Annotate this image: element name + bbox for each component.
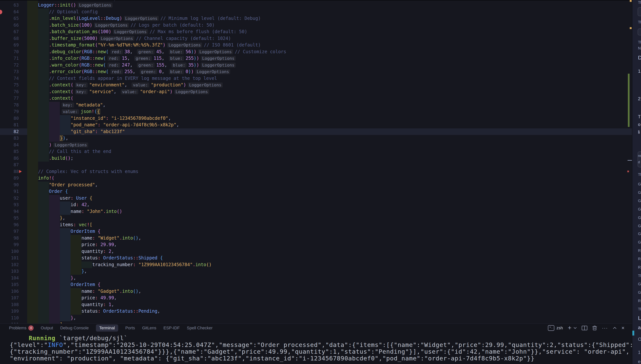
line-number[interactable]: 77 [0,95,19,102]
code-line[interactable]: 92user: User { [0,195,632,202]
code-line[interactable]: 63Logger::init()LoggerOptions [0,2,632,8]
line-number[interactable]: 63 [0,2,19,8]
line-number[interactable]: 85 [0,148,19,155]
code-line[interactable]: 64// Optional config [0,8,632,15]
panel-tab-debug-console[interactable]: Debug Console [60,326,89,330]
kill-terminal-button[interactable] [592,325,597,331]
terminal-panel[interactable]: Problems4OutputDebug ConsoleTerminalPort… [0,324,632,364]
line-number[interactable]: 75 [0,82,19,88]
line-number[interactable]: 70 [0,48,19,55]
code-line[interactable]: 107price: 49.99, [0,295,632,302]
code-line[interactable]: 85// Call this at the end [0,148,632,155]
line-number[interactable]: 80 [0,115,19,122]
line-number[interactable]: 68 [0,35,19,42]
line-number[interactable]: 91 [0,188,19,195]
maximize-panel-button[interactable] [613,325,616,331]
code-line[interactable]: 95}, [0,215,632,222]
code-line[interactable]: 68.buffer_size(5000)LoggerOptions// Chan… [0,35,632,42]
scrollbar-dash[interactable] [627,160,632,161]
panel-tab-spell-checker[interactable]: Spell Checker [187,326,213,330]
code-line[interactable]: 98name: "Widget".into(), [0,235,632,242]
new-terminal-button[interactable]: + [568,324,571,331]
code-line[interactable]: 102tracking_number: "1Z999AA10123456784"… [0,262,632,268]
line-number[interactable]: 90 [0,182,19,188]
line-number[interactable]: 71 [0,55,19,62]
code-line[interactable]: 82"git_sha": "abc123f" [0,128,632,135]
line-number[interactable]: 74 [0,75,19,82]
code-line[interactable]: 105OrderItem { [0,281,632,288]
panel-tab-terminal[interactable]: Terminal [96,324,118,332]
overview-ruler-modified-bar[interactable] [628,74,629,127]
line-number[interactable]: 83 [0,135,19,142]
line-number[interactable]: 99 [0,242,19,248]
code-line[interactable]: 67.batch_duration_ms(100)LoggerOptions//… [0,28,632,35]
code-line[interactable]: 101status: OrderStatus::Shipped { [0,255,632,262]
code-line[interactable]: 80"instance_id": "i-1234567890abcdef0", [0,115,632,122]
code-line[interactable]: 83}), [0,135,632,142]
code-line[interactable]: 111] [0,321,632,324]
panel-tab-output[interactable]: Output [41,326,53,330]
line-number[interactable]: 98 [0,235,19,242]
line-number[interactable]: 69 [0,42,19,48]
code-line[interactable]: 72.warn_color(RGB::new(red:247, green:15… [0,62,632,68]
code-line[interactable]: 66.batch_size(100)LoggerOptions// Logs p… [0,22,632,29]
code-editor[interactable]: 62// Initialize once at startup63Logger:… [0,0,632,324]
line-number[interactable]: 101 [0,255,19,262]
line-number[interactable]: 95 [0,215,19,222]
code-line[interactable]: 84)LoggerOptions [0,142,632,148]
line-number[interactable]: 104 [0,275,19,282]
code-line[interactable]: 75.context(key:"environment", value:"pro… [0,82,632,88]
line-number[interactable]: 82 [0,128,19,135]
code-line[interactable]: 71.info_color(RGB::new(red:15, green:115… [0,55,632,62]
code-line[interactable]: 69.timestamp_format("%Y-%m-%dT%H:%M:%S%.… [0,42,632,48]
line-number[interactable]: 72 [0,62,19,68]
line-number[interactable]: 87 [0,162,19,168]
line-number[interactable]: 110 [0,315,19,322]
line-number[interactable]: 89 [0,175,19,182]
code-line[interactable]: 110}, [0,315,632,322]
line-number[interactable]: 109 [0,308,19,315]
code-line[interactable]: 103}, [0,268,632,275]
line-number[interactable]: 66 [0,22,19,29]
line-number[interactable]: 105 [0,281,19,288]
right-side-panel[interactable]: ThThThND1.2.ToliredThGGGGGGGGRRRThGGRThL… [632,0,641,364]
line-number[interactable]: 103 [0,268,19,275]
code-line[interactable]: 90"Order processed", [0,182,632,188]
line-number[interactable]: 64 [0,8,19,15]
line-number[interactable]: 108 [0,302,19,308]
line-number[interactable]: 97 [0,228,19,235]
line-number[interactable]: 93 [0,202,19,208]
code-line[interactable]: 94name: "John".into() [0,208,632,215]
line-number[interactable]: 106 [0,288,19,295]
line-number[interactable]: 81 [0,122,19,128]
code-line[interactable]: 104}, [0,275,632,282]
split-terminal-button[interactable] [582,326,587,330]
code-line[interactable]: 108quantity: 1, [0,302,632,308]
line-number[interactable]: 78 [0,102,19,108]
panel-tab-problems[interactable]: Problems4 [9,326,34,331]
panel-tab-ports[interactable]: Ports [125,326,135,330]
line-number[interactable]: 88 [0,168,19,175]
panel-tab-gitlens[interactable]: GitLens [142,326,156,330]
line-number[interactable]: 76 [0,88,19,95]
code-line[interactable]: 65.min_level(LogLevel::Debug)LoggerOptio… [0,15,632,22]
line-number[interactable]: 79 [0,108,19,115]
code-line[interactable]: 76.context(key:"service", value:"order-a… [0,88,632,95]
line-number[interactable]: 73 [0,68,19,75]
line-number[interactable]: 92 [0,195,19,202]
code-line[interactable]: 77.context( [0,95,632,102]
close-panel-button[interactable]: × [621,325,624,331]
panel-tab-esp-idf[interactable]: ESP-IDF [163,326,180,330]
code-line[interactable]: 91Order { [0,188,632,195]
line-number[interactable]: 111 [0,321,19,324]
chevron-down-icon[interactable] [573,325,577,331]
code-line[interactable]: 78key:"metadata", [0,102,632,108]
code-line[interactable]: 79value:json!({ [0,108,632,115]
code-line[interactable]: 96items: vec![ [0,222,632,228]
code-line[interactable]: 93id: 42, [0,202,632,208]
code-line[interactable]: 81"pod_name": "order-api-7d4f8c9b5-x8k2p… [0,122,632,128]
code-line[interactable]: 73.error_color(RGB::new(red:255, green:0… [0,68,632,75]
line-number[interactable]: 94 [0,208,19,215]
line-number[interactable]: 84 [0,142,19,148]
line-number[interactable]: 67 [0,28,19,35]
